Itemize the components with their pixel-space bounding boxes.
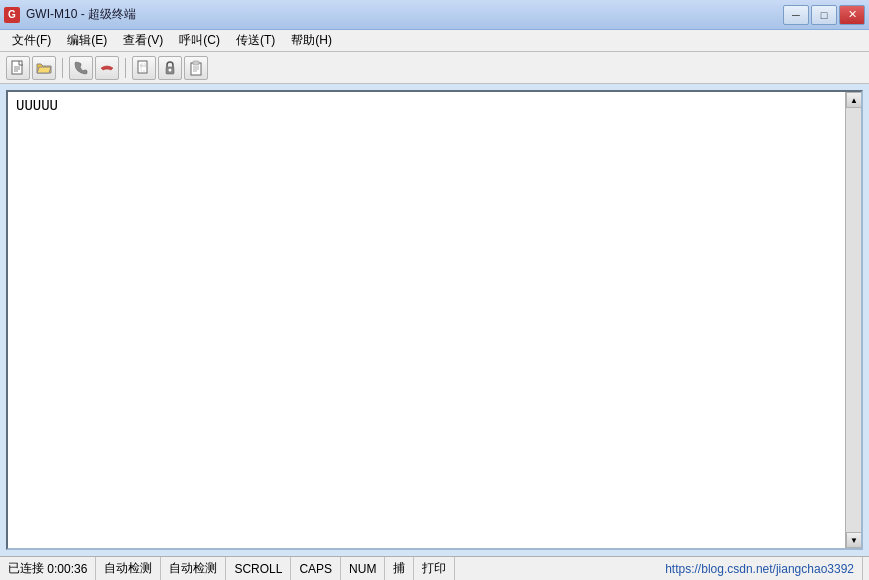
app-icon: G: [4, 7, 20, 23]
title-bar-left: G GWI-M10 - 超级终端: [4, 6, 136, 23]
clipboard-button[interactable]: [184, 56, 208, 80]
menu-bar: 文件(F) 编辑(E) 查看(V) 呼叫(C) 传送(T) 帮助(H): [0, 30, 869, 52]
minimize-button[interactable]: ─: [783, 5, 809, 25]
svg-point-8: [169, 68, 172, 71]
menu-view[interactable]: 查看(V): [115, 30, 171, 51]
menu-file[interactable]: 文件(F): [4, 30, 59, 51]
scroll-up-button[interactable]: ▲: [846, 92, 862, 108]
status-bar: 已连接 0:00:36 自动检测 自动检测 SCROLL CAPS NUM 捕 …: [0, 556, 869, 580]
title-bar-controls: ─ □ ✕: [783, 5, 865, 25]
status-auto-detect-2[interactable]: 自动检测: [161, 557, 226, 580]
menu-transfer[interactable]: 传送(T): [228, 30, 283, 51]
toolbar: [0, 52, 869, 84]
close-button[interactable]: ✕: [839, 5, 865, 25]
status-capture: 捕: [385, 557, 414, 580]
status-connected: 已连接 0:00:36: [6, 557, 96, 580]
terminal-content: UUUUU: [8, 92, 861, 120]
menu-edit[interactable]: 编辑(E): [59, 30, 115, 51]
scrollbar-track[interactable]: [846, 108, 861, 532]
properties-button[interactable]: [158, 56, 182, 80]
maximize-button[interactable]: □: [811, 5, 837, 25]
title-bar: G GWI-M10 - 超级终端 ─ □ ✕: [0, 0, 869, 30]
main-area: UUUUU ▲ ▼: [0, 84, 869, 556]
hangup-button[interactable]: [95, 56, 119, 80]
terminal-area[interactable]: UUUUU ▲ ▼: [6, 90, 863, 550]
title-text: GWI-M10 - 超级终端: [26, 6, 136, 23]
new-document-button[interactable]: [6, 56, 30, 80]
status-auto-detect-1[interactable]: 自动检测: [96, 557, 161, 580]
svg-rect-4: [138, 61, 147, 73]
status-scroll: SCROLL: [226, 557, 291, 580]
menu-help[interactable]: 帮助(H): [283, 30, 340, 51]
status-link: https://blog.csdn.net/jiangchao3392: [657, 557, 863, 580]
toolbar-sep-2: [125, 58, 126, 78]
open-folder-button[interactable]: [32, 56, 56, 80]
status-print: 打印: [414, 557, 455, 580]
menu-call[interactable]: 呼叫(C): [171, 30, 228, 51]
status-num: NUM: [341, 557, 385, 580]
svg-rect-10: [193, 61, 199, 65]
status-caps: CAPS: [291, 557, 341, 580]
scroll-down-button[interactable]: ▼: [846, 532, 862, 548]
page-setup-button[interactable]: [132, 56, 156, 80]
toolbar-sep-1: [62, 58, 63, 78]
dial-button[interactable]: [69, 56, 93, 80]
scrollbar: ▲ ▼: [845, 92, 861, 548]
